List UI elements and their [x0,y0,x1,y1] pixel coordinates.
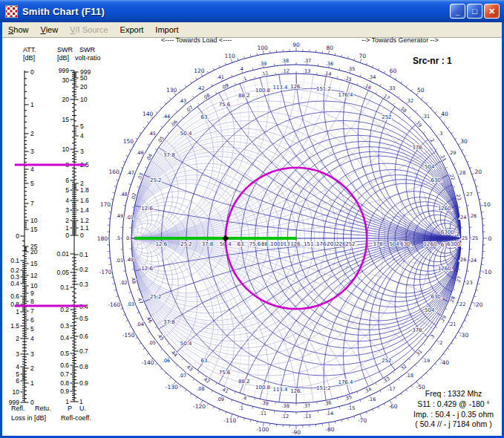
svg-text:8: 8 [30,298,34,305]
svg-text:0.5: 0.5 [79,315,88,322]
svg-text:.18: .18 [398,105,408,114]
svg-text:3: 3 [16,350,19,358]
s11-readout: S11 : 0.429 @ -180 ° [405,399,503,410]
svg-text:37.8: 37.8 [163,319,175,325]
svg-text:50: 50 [80,74,88,82]
freq-readout: Freq : 1332 Mhz [405,389,503,399]
svg-text:252.: 252. [345,241,357,247]
svg-text:.48: .48 [130,275,137,284]
svg-text:140: 140 [143,111,154,117]
svg-text:5: 5 [30,325,34,333]
svg-text:.37: .37 [304,58,311,64]
svg-text:.27: .27 [465,192,472,197]
svg-text:.23: .23 [465,280,472,286]
svg-text:1: 1 [16,308,19,316]
svg-text:37.8: 37.8 [202,241,214,247]
svg-text:1260.: 1260. [424,241,439,247]
svg-text:40: 40 [441,111,448,117]
svg-text:1.5: 1.5 [10,322,19,330]
svg-text:150: 150 [123,138,134,145]
svg-text:126.: 126. [290,84,302,90]
svg-text:.35: .35 [344,394,353,402]
svg-text:113.4: 113.4 [272,387,288,393]
svg-text:12.6: 12.6 [141,206,153,212]
svg-text:.04: .04 [137,321,144,327]
svg-text:0: 0 [80,232,84,239]
svg-text:110: 110 [225,53,236,59]
svg-text:12.6: 12.6 [156,241,168,247]
svg-text:.3: .3 [428,333,436,341]
svg-text:.29: .29 [439,315,448,324]
svg-text:10: 10 [30,217,38,224]
svg-text:0.6: 0.6 [79,333,88,340]
svg-text:151.2: 151.2 [316,385,331,391]
svg-text:120: 120 [194,68,205,74]
svg-text:0.6: 0.6 [10,292,19,300]
svg-text:20: 20 [474,169,482,175]
svg-text:15: 15 [30,260,38,267]
svg-text:9: 9 [30,290,34,297]
svg-text:0: 0 [65,232,69,239]
scale-header-3: [dB] [57,54,69,62]
scale-header-1: [dB] [23,54,35,62]
svg-text:100.8: 100.8 [255,88,270,94]
svg-text:50.4: 50.4 [180,131,192,137]
svg-text:4: 4 [16,363,19,370]
svg-text:50.4: 50.4 [180,341,192,347]
svg-text:6: 6 [30,316,34,324]
svg-text:999: 999 [59,67,69,74]
svg-text:.31: .31 [422,114,430,120]
svg-text:.33: .33 [382,376,391,385]
svg-text:0.: 0. [126,235,131,241]
svg-text:.4: .4 [241,394,247,402]
svg-text:-160: -160 [108,301,120,308]
svg-text:0: 0 [30,68,34,76]
svg-text:1.4: 1.4 [80,206,89,214]
svg-text:25.2: 25.2 [150,294,162,300]
svg-text:.44: .44 [169,348,179,358]
svg-text:0.8: 0.8 [60,379,69,387]
svg-text:4: 4 [30,166,34,173]
svg-text:4: 4 [30,335,34,342]
svg-text:.2: .2 [428,137,436,144]
svg-text:.42: .42 [201,376,211,385]
svg-text:.24: .24 [459,215,466,220]
svg-text:.38: .38 [281,58,289,64]
svg-text:75.6: 75.6 [249,241,261,247]
svg-text:.12: .12 [281,414,289,419]
svg-text:180: 180 [97,235,108,242]
svg-text:.13: .13 [304,414,311,419]
svg-text:.24: .24 [469,258,477,264]
svg-text:.05: .05 [148,340,156,346]
svg-text:1: 1 [30,379,34,387]
svg-text:0.3: 0.3 [79,281,88,288]
svg-text:.07: .07 [185,105,194,114]
svg-text:0.01: 0.01 [56,250,69,258]
svg-text:378.: 378. [373,241,384,247]
svg-text:.45: .45 [148,131,156,137]
svg-text:.36: .36 [324,399,333,407]
svg-text:.32: .32 [406,98,413,104]
svg-text:0.7: 0.7 [60,370,69,378]
svg-text:0.1: 0.1 [79,251,88,258]
svg-text:6300.: 6300. [441,229,456,235]
svg-text:113.4: 113.4 [272,85,288,91]
svg-text:.04: .04 [145,153,154,163]
content-area: 0..01.02.03.04.05.06.07.08.09.1.11.12.13… [2,38,502,436]
svg-text:160: 160 [109,169,120,175]
svg-text:.48: .48 [120,192,127,197]
svg-text:252.: 252. [382,358,393,364]
svg-text:.19: .19 [422,358,430,364]
svg-text:3: 3 [65,206,69,214]
svg-text:.1: .1 [239,405,243,411]
svg-text:12.6: 12.6 [141,266,153,272]
svg-text:151.2: 151.2 [316,86,331,92]
svg-text:.09: .09 [217,396,224,402]
source-number-label: Src-nr : 1 [413,56,452,66]
svg-text:20: 20 [80,83,88,91]
svg-text:.34: .34 [363,386,373,395]
svg-text:20: 20 [62,96,70,103]
svg-text:504.: 504. [425,164,436,170]
svg-text:.33: .33 [387,85,395,91]
scale-header-4: SWR [79,46,95,53]
